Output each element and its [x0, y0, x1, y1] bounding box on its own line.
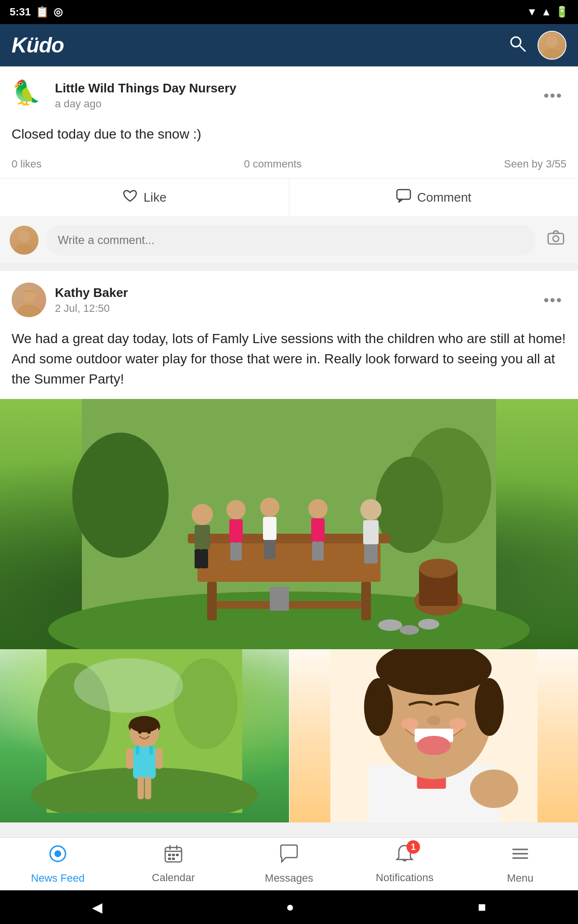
nav-item-messages[interactable]: Messages [231, 838, 347, 890]
comment-button[interactable]: Comment [289, 179, 578, 217]
comment-label: Comment [417, 190, 472, 205]
header-right [509, 31, 566, 60]
status-time: 5:31 [10, 6, 31, 18]
post-more-button[interactable]: ••• [539, 83, 566, 108]
svg-rect-29 [229, 519, 243, 542]
newsfeed-label: News Feed [31, 872, 84, 885]
feed-container: 🦜 Little Wild Things Day Nursery a day a… [0, 66, 578, 822]
back-button[interactable]: ◀ [78, 895, 117, 920]
svg-point-36 [308, 499, 328, 518]
calendar-label: Calendar [152, 872, 195, 884]
child-close-scene [289, 649, 578, 822]
svg-point-80 [470, 770, 518, 808]
like-label: Like [144, 190, 167, 205]
home-button[interactable]: ● [272, 895, 309, 920]
svg-point-75 [401, 718, 418, 730]
user-avatar-img [10, 226, 39, 255]
svg-point-54 [74, 658, 183, 713]
comment-input-row [0, 217, 578, 263]
svg-rect-60 [149, 745, 153, 755]
post-comments: 0 comments [244, 158, 302, 170]
post-card: 🦜 Little Wild Things Day Nursery a day a… [0, 66, 578, 263]
post-meta-2: Kathy Baker 2 Jul, 12:50 [55, 285, 539, 315]
svg-point-11 [17, 305, 40, 317]
svg-rect-8 [548, 233, 564, 244]
post-author-name: Little Wild Things Day Nursery [55, 81, 539, 96]
svg-point-48 [400, 625, 419, 635]
post-author-name-2: Kathy Baker [55, 285, 539, 300]
messages-label: Messages [265, 872, 313, 885]
menu-icon [510, 844, 530, 868]
nursery-logo-icon: 🦜 [12, 78, 40, 107]
svg-rect-34 [264, 540, 270, 559]
post-content-2: We had a great day today, lots of Famly … [0, 325, 578, 399]
svg-rect-89 [176, 854, 179, 856]
svg-point-24 [192, 504, 213, 525]
data-icon: ◎ [53, 6, 63, 18]
svg-point-76 [449, 718, 466, 730]
camera-icon[interactable] [543, 226, 568, 255]
nav-item-menu[interactable]: Menu [462, 838, 578, 890]
post-more-button-2[interactable]: ••• [539, 287, 566, 313]
svg-rect-59 [136, 745, 140, 755]
svg-point-73 [417, 736, 450, 755]
svg-point-49 [418, 619, 439, 629]
svg-point-40 [360, 499, 381, 520]
comment-input[interactable] [46, 225, 536, 256]
svg-point-28 [226, 500, 246, 519]
svg-rect-37 [311, 518, 325, 541]
battery-icon: 🔋 [555, 6, 568, 18]
status-bar: 5:31 📋 ◎ ▼ ▲ 🔋 [0, 0, 578, 24]
search-icon[interactable] [509, 35, 526, 56]
svg-rect-43 [371, 544, 378, 564]
svg-rect-20 [207, 582, 217, 620]
svg-rect-5 [397, 190, 410, 199]
nav-item-calendar[interactable]: Calendar [116, 838, 231, 890]
app-header: Küdo [0, 24, 578, 66]
system-nav: ◀ ● ■ [0, 890, 578, 924]
bottom-nav: News Feed Calendar Messages [0, 837, 578, 890]
svg-point-66 [147, 730, 151, 734]
post-header: 🦜 Little Wild Things Day Nursery a day a… [0, 66, 578, 120]
post-actions: Like Comment [0, 178, 578, 217]
like-button[interactable]: Like [0, 179, 289, 217]
svg-point-6 [18, 231, 30, 242]
avatar-placeholder [539, 32, 565, 59]
svg-rect-27 [201, 549, 208, 568]
wifi-icon: ▼ [526, 6, 537, 18]
svg-point-32 [260, 498, 279, 517]
recent-button[interactable]: ■ [463, 895, 500, 920]
post-time: a day ago [55, 98, 539, 110]
svg-point-12 [22, 288, 36, 302]
svg-rect-88 [172, 854, 175, 856]
svg-rect-21 [361, 582, 371, 620]
avatar[interactable] [538, 31, 566, 60]
menu-label: Menu [507, 872, 533, 885]
svg-rect-61 [126, 748, 133, 769]
svg-rect-90 [168, 858, 171, 860]
user-avatar-small [10, 226, 39, 255]
post-image-main [0, 399, 578, 649]
messages-icon [279, 844, 299, 868]
svg-point-9 [553, 236, 559, 242]
post-content: Closed today due to the snow :) [0, 120, 578, 154]
nav-item-notifications[interactable]: 1 Notifications [347, 838, 462, 890]
heart-icon [122, 188, 138, 207]
app-logo: Küdo [12, 33, 64, 57]
status-bar-left: 5:31 📋 ◎ [10, 6, 63, 18]
notifications-label: Notifications [376, 872, 434, 884]
svg-rect-41 [363, 520, 379, 544]
svg-point-47 [378, 619, 402, 631]
svg-point-57 [130, 716, 159, 732]
nav-item-newsfeed[interactable]: News Feed [0, 838, 116, 890]
post-seen: Seen by 3/55 [504, 158, 566, 170]
post-avatar-kathy [12, 282, 46, 317]
notifications-badge: 1 [407, 840, 420, 854]
svg-rect-62 [155, 748, 162, 769]
post-likes: 0 likes [12, 158, 41, 170]
svg-rect-31 [236, 542, 242, 561]
post-image-row [0, 649, 578, 822]
notifications-icon: 1 [395, 844, 414, 868]
svg-point-4 [547, 36, 557, 47]
svg-rect-23 [270, 587, 289, 611]
